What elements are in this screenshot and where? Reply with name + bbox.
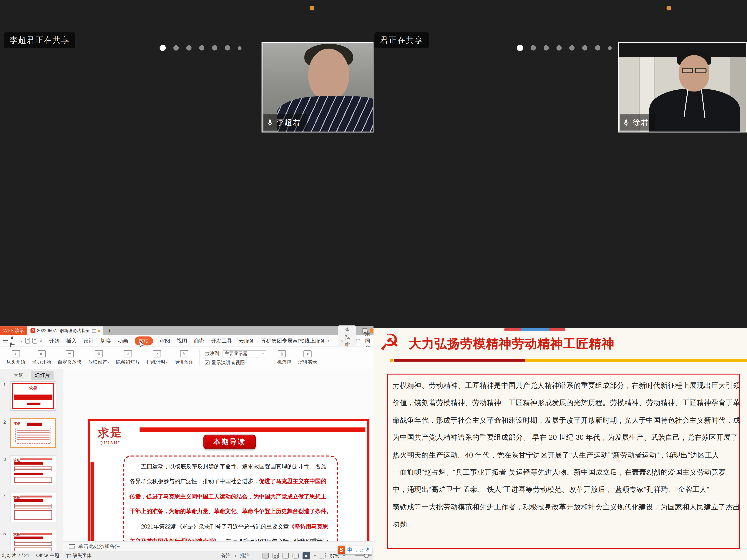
menu-tab-插入[interactable]: 插入 — [66, 337, 77, 344]
carousel-dot[interactable] — [174, 45, 179, 50]
menu-tab-动画[interactable]: 动画 — [118, 337, 128, 344]
ribbon-icon: ≣ — [66, 350, 74, 357]
ribbon-button-当页开始[interactable]: ▶当页开始 — [28, 350, 54, 365]
menu-tab-视图[interactable]: 视图 — [177, 337, 187, 344]
carousel-dot[interactable] — [595, 45, 600, 50]
carousel-dot[interactable] — [556, 45, 562, 50]
menu-tab-设计[interactable]: 设计 — [83, 337, 94, 344]
slide-thumbnail-4[interactable]: 求是 — [10, 493, 56, 522]
menu-tab-切换[interactable]: 切换 — [101, 337, 111, 344]
qiushi-logo-zh: 求是 — [97, 424, 123, 441]
carousel-dot[interactable] — [225, 45, 230, 50]
status-bar-left: 幻灯片 2 / 21 Office 主题 T? 缺失字体 — [0, 552, 92, 559]
ribbon-button-隐藏幻灯片[interactable]: ⊘隐藏幻灯片 — [113, 350, 143, 365]
ribbon-button-label: 从头开始 — [6, 359, 25, 365]
carousel-dot[interactable] — [569, 45, 574, 50]
menu-tab-开始[interactable]: 开始 — [49, 337, 60, 344]
microphone-icon — [267, 119, 273, 126]
ime-lang-mode[interactable]: 中 — [347, 546, 353, 554]
slide-thumbnail-1[interactable]: 求是 — [10, 381, 56, 411]
show-to-label: 放映到: — [205, 350, 221, 357]
notes-bar[interactable]: 单击此处添加备注 — [63, 541, 374, 551]
ribbon-button-放映设置[interactable]: ⚙放映设置▾ — [85, 350, 113, 365]
notes-toggle-button[interactable]: 备注 — [221, 552, 230, 559]
ribbon-button-自定义放映[interactable]: ≣自定义放映 — [54, 350, 85, 365]
menu-tab-开发工具[interactable]: 开发工具 — [211, 337, 232, 344]
ime-mic-icon[interactable] — [366, 547, 370, 553]
panel-tab-大纲[interactable]: 大纲 — [10, 371, 27, 380]
menu-tab-审阅[interactable]: 审阅 — [159, 337, 170, 344]
hamburger-icon[interactable] — [3, 338, 7, 343]
carousel-dot[interactable] — [582, 45, 587, 50]
menu-tab-云服务[interactable]: 云服务 — [239, 337, 254, 344]
carousel-dot[interactable] — [238, 46, 241, 50]
carousel-dot[interactable] — [186, 45, 191, 50]
menu-tab-五矿集团专属WPS线上服务[interactable]: 五矿集团专属WPS线上服务 〉 — [261, 337, 332, 344]
export-play-icon[interactable] — [292, 553, 299, 559]
ribbon-button-演讲实录[interactable]: ⏺演讲实录 — [295, 350, 320, 365]
slide-number: 3 — [3, 456, 6, 462]
panel-tab-幻灯片[interactable]: 幻灯片 — [31, 371, 54, 380]
reading-view-button[interactable] — [283, 553, 289, 559]
slide-text-line: 干部上的准备，为新的革命力量、革命文化、革命斗争登上历史舞台创造了条件。 — [129, 504, 334, 519]
carousel-dot[interactable] — [212, 45, 217, 50]
save-icon[interactable] — [25, 338, 30, 343]
ime-toolbar[interactable]: S 中 ’, ☺ — [338, 545, 372, 554]
theme-label[interactable]: Office 主题 — [36, 552, 59, 559]
microphone-icon — [624, 119, 629, 126]
ime-logo[interactable]: S — [338, 545, 345, 554]
meeting-split-view: 李超君正在共享 李超君 WPS 演示 — [0, 0, 747, 560]
slide-sorter-view-button[interactable] — [273, 553, 279, 559]
ribbon-button-演讲备注[interactable]: ✎演讲备注 — [171, 350, 197, 365]
carousel-dot[interactable] — [199, 45, 204, 50]
comment-toggle-button[interactable]: 批注 — [240, 552, 250, 559]
ppt-file-icon: P — [31, 328, 35, 333]
panel-tabs: 大纲幻灯片 — [0, 371, 63, 380]
show-to-group: 放映到:主要显示器▾✓显示演讲者视图 — [202, 350, 269, 366]
new-tab-button[interactable]: + — [104, 326, 116, 335]
ribbon-button-label: 放映设置▾ — [88, 359, 109, 365]
thumbnail-row: 4求是 — [0, 493, 63, 526]
carousel-dot[interactable] — [517, 45, 523, 51]
display-select[interactable]: 主要显示器▾ — [222, 350, 266, 357]
slide-carousel-dots[interactable] — [517, 45, 612, 51]
thumb-qiushi-logo: 求是 — [14, 495, 20, 500]
webcam-name-label: 李超君 — [276, 118, 301, 127]
webcam-tile-left[interactable]: 李超君 — [262, 42, 374, 132]
file-menu[interactable]: 文件 — [9, 334, 18, 348]
slideshow-play-button[interactable]: ▶ — [303, 552, 310, 559]
ime-punct-mode[interactable]: ’, — [354, 548, 357, 553]
current-slide[interactable]: 求是 QIUSHI 本期导读 五四运动，以彻底反帝反封建的革命性、追求救国强国真… — [88, 419, 369, 560]
zoom-slider[interactable] — [355, 555, 371, 556]
ribbon-icon: ▯ — [278, 350, 286, 357]
more-tools-arrow[interactable]: » — [40, 338, 43, 343]
slide-text-line: 功勋。 — [393, 516, 736, 533]
slide-carousel-dots[interactable] — [159, 45, 241, 51]
webcam-tile-right[interactable]: 徐君 — [618, 42, 747, 132]
ribbon-button-从头开始[interactable]: ▸从头开始 — [3, 350, 28, 365]
normal-view-button[interactable] — [262, 553, 268, 559]
slide-thumbnail-2[interactable]: 求是 — [10, 418, 56, 448]
presenter-sharing-badge: 李超君正在共享 — [4, 32, 75, 48]
carousel-dot[interactable] — [608, 46, 612, 50]
right-participant-screen: 君正在共享 徐君 — [374, 0, 747, 560]
presenter-view-checkbox[interactable]: ✓ — [205, 360, 210, 365]
ribbon-button-手机遥控[interactable]: ▯手机遥控 — [269, 350, 295, 365]
ribbon-button-排练计时[interactable]: ◔排练计时▾ — [143, 350, 171, 365]
menu-tab-商密[interactable]: 商密 — [194, 337, 205, 344]
ime-emoji-button[interactable]: ☺ — [359, 547, 364, 553]
zoom-level-label[interactable]: 67% — [330, 553, 339, 558]
slide-thumbnail-3[interactable]: 求是 — [10, 456, 56, 485]
play-options-arrow[interactable]: ▾ — [314, 554, 316, 558]
carousel-dot[interactable] — [531, 45, 536, 50]
missing-font-warning[interactable]: T? 缺失字体 — [66, 552, 92, 559]
output-icon[interactable] — [32, 338, 37, 343]
menu-tab-放映[interactable]: 放映 — [135, 336, 153, 345]
carousel-dot[interactable] — [159, 45, 165, 51]
thumb-title-line — [20, 533, 52, 535]
notes-toggle-arrow[interactable]: ▾ — [234, 554, 236, 558]
fit-to-window-icon[interactable] — [320, 553, 326, 559]
carousel-dot[interactable] — [544, 45, 549, 50]
left-participant-screen: 李超君正在共享 李超君 WPS 演示 — [0, 0, 374, 560]
slideshow-ribbon: ▸从头开始▶当页开始≣自定义放映⚙放映设置▾⊘隐藏幻灯片◔排练计时▾✎演讲备注放… — [0, 347, 374, 369]
